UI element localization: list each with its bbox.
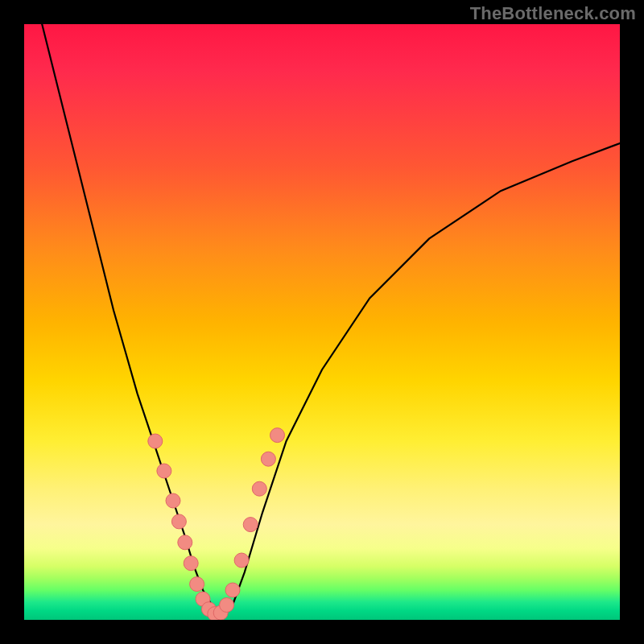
highlight-dot bbox=[157, 464, 171, 478]
highlight-dot bbox=[270, 428, 285, 443]
highlight-dot bbox=[261, 452, 275, 466]
highlight-dot bbox=[225, 583, 240, 597]
highlight-dot bbox=[166, 493, 180, 508]
highlight-dot bbox=[184, 556, 198, 571]
watermark-text: TheBottleneck.com bbox=[470, 3, 636, 24]
highlight-dot bbox=[234, 553, 249, 568]
chart-svg bbox=[24, 24, 620, 620]
highlight-dot bbox=[171, 514, 186, 529]
highlight-dot bbox=[148, 434, 163, 448]
highlight-dot bbox=[220, 598, 234, 613]
highlight-dots-group bbox=[148, 428, 285, 620]
bottleneck-curve-path bbox=[42, 24, 620, 614]
highlight-dot bbox=[252, 481, 266, 496]
plot-area bbox=[24, 24, 620, 620]
chart-frame: TheBottleneck.com bbox=[0, 0, 644, 644]
highlight-dot bbox=[178, 535, 192, 550]
highlight-dot bbox=[243, 518, 258, 532]
highlight-dot bbox=[190, 577, 204, 592]
